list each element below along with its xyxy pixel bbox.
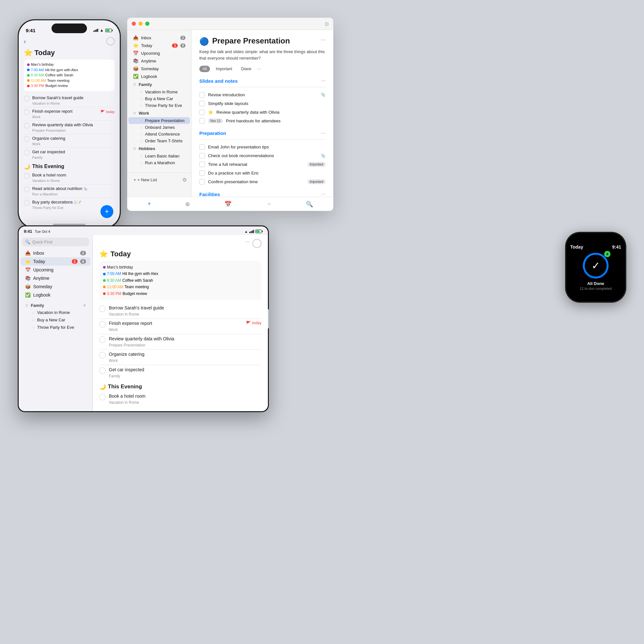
watch-circle: ✓ + [583,253,609,279]
sidebar-subitem-conference[interactable]: ○ Attend Conference [128,131,190,137]
tag-important[interactable]: Important [213,66,235,72]
inbox-icon: 📥 [25,251,31,256]
moon-icon: 🌙 [99,384,106,390]
ipad-sidebar-anytime[interactable]: 📚 Anytime [21,274,90,282]
sidebar-subitem-vacation[interactable]: ○ Vacation in Rome [128,89,190,95]
task-checkbox[interactable] [199,170,205,176]
cal-item-3: 3:30 PM Budget review [27,83,111,89]
battery-icon [105,29,113,32]
evening-todo-0: Book a hotel room Vacation in Rome [24,171,115,185]
sidebar-subitem-party[interactable]: ○ Throw Party for Eve [128,102,190,109]
sidebar-item-upcoming[interactable]: 📅 Upcoming [128,49,190,57]
task-checkbox[interactable] [199,162,205,167]
cal-item-0: 7:00 AM Hit the gym with Alex [27,67,111,73]
task-checkbox[interactable] [199,144,205,150]
todo-checkbox[interactable] [99,394,106,400]
ipad-sidebar: 🔍 Quick Find 📥 Inbox 2 ⭐ Today 1 8 📅 Upc… [19,235,93,411]
tag-all[interactable]: All [199,66,210,72]
ipad-subitem-vacation[interactable]: ○ Vacation in Rome [21,309,90,316]
today-badge-red: 1 [172,43,178,48]
today-badge-gray: 8 [80,259,86,264]
calendar-button[interactable]: 📅 [224,201,232,208]
add-task-button[interactable]: + [147,201,151,207]
sidebar-item-inbox[interactable]: 📥 Inbox 2 [128,34,190,42]
ipad-todo-3: Organize catering Work [99,350,261,365]
facilities-more-button[interactable]: ··· [321,191,326,197]
logbook-icon: ✅ [25,292,31,298]
sidebar-subitem-car[interactable]: ○ Buy a New Car [128,95,190,102]
todo-checkbox[interactable] [99,306,106,312]
task-checkbox[interactable] [199,101,205,106]
todo-item-1: Finish expense report 🚩 today Work [24,107,115,121]
sidebar-section-work[interactable]: ○ Work [128,109,190,117]
sidebar-subitem-tshirts[interactable]: ○ Order Team T-Shirts [128,137,190,144]
family-icon: ○ [25,302,28,308]
watch-subtitle: 12 to-dos completed [580,287,612,290]
check-circle-button[interactable] [252,239,261,248]
sidebar-section-hobbies[interactable]: ○ Hobbies [128,144,190,153]
prep-more-button[interactable]: ··· [321,130,326,136]
todo-checkbox[interactable] [99,367,106,374]
ipad-sidebar-inbox[interactable]: 📥 Inbox 2 [21,249,90,257]
settings-icon[interactable]: ⚙ [182,177,187,183]
task-checkbox[interactable] [199,179,205,185]
todo-checkbox[interactable] [24,173,30,179]
ipad-sidebar-logbook[interactable]: ✅ Logbook [21,291,90,299]
ipad-subitem-car[interactable]: ○ Buy a New Car [21,316,90,324]
task-checkbox[interactable] [199,92,205,98]
circle-icon: ○ [140,103,142,108]
task-checkbox[interactable] [199,109,205,115]
sidebar-section-family[interactable]: ○ Family [128,80,190,89]
circle-icon: ○ [140,154,142,158]
ipad-status-bar: 9:41 Tue Oct 4 ▲ [19,226,268,235]
close-button[interactable] [132,22,136,26]
todo-checkbox[interactable] [24,186,30,192]
sidebar-item-anytime[interactable]: 📚 Anytime [128,57,190,65]
todo-checkbox[interactable] [24,109,30,115]
todo-checkbox[interactable] [99,321,106,327]
todo-checkbox[interactable] [24,123,30,128]
maximize-button[interactable] [145,22,149,26]
sidebar-item-today[interactable]: ⭐ Today 1 8 [128,42,190,49]
sidebar-subitem-marathon[interactable]: ○ Run a Marathon [128,159,190,166]
task-checkbox[interactable] [199,118,205,124]
check-circle-button[interactable] [106,37,115,45]
phone-status-icons: ▲ [93,28,113,33]
todo-checkbox[interactable] [24,200,30,206]
todo-item-4: Get car inspected Family [24,148,115,161]
search-button[interactable]: 🔍 [306,201,313,208]
todo-checkbox[interactable] [24,96,30,101]
search-input[interactable]: 🔍 Quick Find [22,238,89,246]
tag-diane[interactable]: Diane [238,66,254,72]
ipad-sidebar-upcoming[interactable]: 📅 Upcoming [21,266,90,274]
add-checklist-button[interactable]: ⊕ [185,201,190,208]
sidebar-subitem-italian[interactable]: ○ Learn Basic Italian [128,153,190,159]
ipad-todo-1: Finish expense report 🚩 today Work [99,319,261,334]
back-button[interactable]: ‹ [24,38,26,45]
minimize-button[interactable] [138,22,143,26]
todo-checkbox[interactable] [99,336,106,343]
more-button[interactable]: ··· [246,239,250,248]
task-checkbox[interactable] [199,153,205,158]
move-button[interactable]: → [266,201,271,207]
add-button[interactable]: + [604,251,611,257]
sidebar-subitem-onboard[interactable]: ○ Onboard James [128,124,190,131]
add-button[interactable]: + [100,205,113,218]
ipad-subitem-party[interactable]: ○ Throw Party for Eve [21,324,90,331]
sidebar-subitem-prepare[interactable]: ○ Prepare Presentation [128,117,190,124]
flag-icon: 🚩 today [246,321,261,325]
sidebar-item-logbook[interactable]: ✅ Logbook [128,72,190,80]
todo-checkbox[interactable] [99,352,106,358]
new-list-button[interactable]: + + New List [132,176,159,184]
todo-checkbox[interactable] [24,136,30,142]
slides-more-button[interactable]: ··· [321,78,326,84]
sidebar-item-someday[interactable]: 📦 Someday [128,65,190,72]
watch-header: Today 9:41 [570,244,621,250]
todo-checkbox[interactable] [24,150,30,156]
detail-more-button[interactable]: ··· [321,36,326,43]
slide-task-3: Nov 13 Print handouts for attendees [199,117,326,125]
ipad-sidebar-today[interactable]: ⭐ Today 1 8 [21,257,90,266]
ipad-section-family[interactable]: ○ Family ∨ [21,300,90,309]
tags-more-button[interactable]: ··· [257,66,261,72]
ipad-sidebar-someday[interactable]: 📦 Someday [21,282,90,291]
